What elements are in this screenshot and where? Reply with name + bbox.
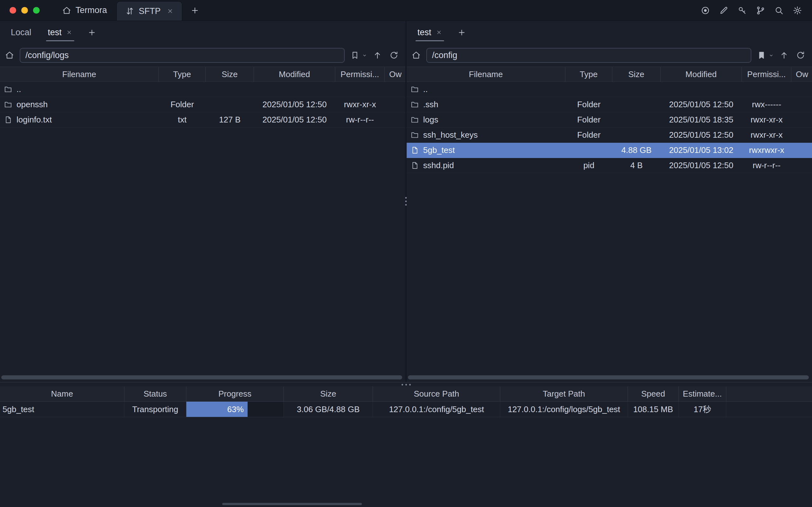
scrollbar-thumb[interactable]	[222, 503, 362, 505]
refresh-icon	[389, 50, 399, 60]
scrollbar-thumb[interactable]	[1, 375, 402, 380]
splitter-grip-icon	[401, 384, 411, 386]
scrollbar-thumb[interactable]	[408, 375, 809, 380]
folder-icon	[411, 85, 419, 94]
path-input[interactable]: /config	[426, 48, 751, 63]
owner-cell	[791, 82, 812, 97]
column-header-filename[interactable]: Filename	[407, 67, 565, 81]
home-button[interactable]	[3, 48, 16, 62]
right-pane: test /config	[407, 21, 812, 382]
type-cell	[565, 82, 612, 97]
permissions-cell: rwx------	[742, 97, 791, 112]
file-row[interactable]: logs Folder 2025/01/05 18:35 rwxr-xr-x	[407, 112, 812, 127]
column-header-type[interactable]: Type	[159, 67, 206, 81]
left-pane: Local test /config/logs	[0, 21, 405, 382]
header-filler	[726, 386, 812, 401]
pane-tab-list: Local test	[3, 21, 80, 44]
transfer-row[interactable]: 5gb_test Transporting 63% 3.06 GB/4.88 G…	[0, 402, 812, 417]
folder-icon	[4, 85, 12, 94]
row-filler	[726, 402, 812, 417]
refresh-icon	[796, 50, 805, 60]
arrow-up-icon	[779, 50, 789, 60]
branch-button[interactable]	[753, 3, 768, 18]
file-row[interactable]: 5gb_test 4.88 GB 2025/01/05 13:02 rwxrwx…	[407, 143, 812, 158]
permissions-cell: rwxr-xr-x	[742, 127, 791, 143]
file-table-header: Filename Type Size Modified Permissi... …	[407, 67, 812, 82]
column-header-filename[interactable]: Filename	[0, 67, 159, 81]
file-row[interactable]: loginfo.txt txt 127 B 2025/01/05 12:50 r…	[0, 112, 405, 127]
edit-button[interactable]	[716, 3, 732, 18]
new-tab-button[interactable]	[182, 0, 208, 21]
pane-tab-label: Local	[11, 27, 32, 38]
home-button[interactable]	[410, 48, 423, 62]
parent-directory-button[interactable]	[371, 48, 384, 62]
folder-icon	[4, 100, 12, 109]
refresh-button[interactable]	[388, 48, 400, 62]
speed-cell: 108.15 MB	[628, 402, 679, 417]
tab-label: SFTP	[139, 6, 161, 16]
parent-directory-button[interactable]	[778, 48, 791, 62]
tab-sftp[interactable]: SFTP	[116, 1, 182, 21]
arrow-up-icon	[373, 50, 382, 60]
pane-tab-label: test	[418, 27, 431, 38]
file-row[interactable]: ..	[0, 82, 405, 97]
horizontal-splitter[interactable]	[0, 382, 812, 386]
modified-cell: 2025/01/05 12:50	[254, 112, 335, 127]
close-icon[interactable]	[167, 8, 174, 15]
file-row[interactable]: .ssh Folder 2025/01/05 12:50 rwx------	[407, 97, 812, 112]
settings-button[interactable]	[790, 3, 805, 18]
permissions-cell	[742, 82, 791, 97]
record-button[interactable]	[698, 3, 713, 18]
type-cell: Folder	[565, 97, 612, 112]
chevron-down-icon[interactable]	[768, 53, 774, 58]
transfer-table-header: Name Status Progress Size Source Path Ta…	[0, 386, 812, 402]
owner-cell	[791, 158, 812, 173]
pane-tab[interactable]: Local	[3, 21, 40, 44]
filename-cell: ..	[0, 82, 159, 97]
close-icon[interactable]	[66, 29, 72, 36]
left-pane-tab-bar: Local test	[0, 21, 405, 44]
pane-tab[interactable]: test	[40, 21, 81, 44]
column-header-type[interactable]: Type	[565, 67, 612, 81]
titlebar: Termora SFTP	[0, 0, 812, 21]
close-icon[interactable]	[436, 29, 442, 36]
folder-icon	[411, 131, 419, 139]
pane-tab[interactable]: test	[409, 21, 450, 44]
add-tab-button[interactable]	[80, 21, 103, 44]
plus-icon	[191, 6, 199, 15]
search-button[interactable]	[771, 3, 787, 18]
close-window-button[interactable]	[9, 7, 16, 14]
column-header-size[interactable]: Size	[206, 67, 254, 81]
estimate-cell: 17秒	[679, 402, 726, 417]
size-cell	[612, 112, 661, 127]
window-controls	[0, 0, 52, 21]
pane-tab-list: test	[409, 21, 450, 44]
bookmark-button[interactable]	[755, 48, 768, 62]
minimize-window-button[interactable]	[21, 7, 28, 14]
column-header-owner[interactable]: Ow	[385, 67, 405, 81]
column-header-owner[interactable]: Ow	[791, 67, 812, 81]
filename-cell: ..	[407, 82, 565, 97]
key-button[interactable]	[735, 3, 750, 18]
owner-cell	[385, 112, 405, 127]
modified-cell: 2025/01/05 13:02	[661, 143, 742, 158]
chevron-down-icon[interactable]	[362, 53, 367, 58]
size-cell	[206, 97, 254, 112]
column-header-permissions[interactable]: Permissi...	[335, 67, 385, 81]
file-row[interactable]: ssh_host_keys Folder 2025/01/05 12:50 rw…	[407, 127, 812, 143]
column-header-permissions[interactable]: Permissi...	[742, 67, 791, 81]
zoom-window-button[interactable]	[33, 7, 40, 14]
bookmark-button[interactable]	[348, 48, 361, 62]
column-header-size[interactable]: Size	[612, 67, 661, 81]
file-row[interactable]: openssh Folder 2025/01/05 12:50 rwxr-xr-…	[0, 97, 405, 112]
file-row[interactable]: ..	[407, 82, 812, 97]
refresh-button[interactable]	[794, 48, 807, 62]
size-cell: 4 B	[612, 158, 661, 173]
path-input[interactable]: /config/logs	[20, 48, 345, 63]
tab-termora[interactable]: Termora	[52, 0, 116, 21]
column-header-modified[interactable]: Modified	[254, 67, 335, 81]
column-header-modified[interactable]: Modified	[661, 67, 742, 81]
owner-cell	[791, 143, 812, 158]
add-tab-button[interactable]	[450, 21, 473, 44]
file-row[interactable]: sshd.pid pid 4 B 2025/01/05 12:50 rw-r--…	[407, 158, 812, 173]
